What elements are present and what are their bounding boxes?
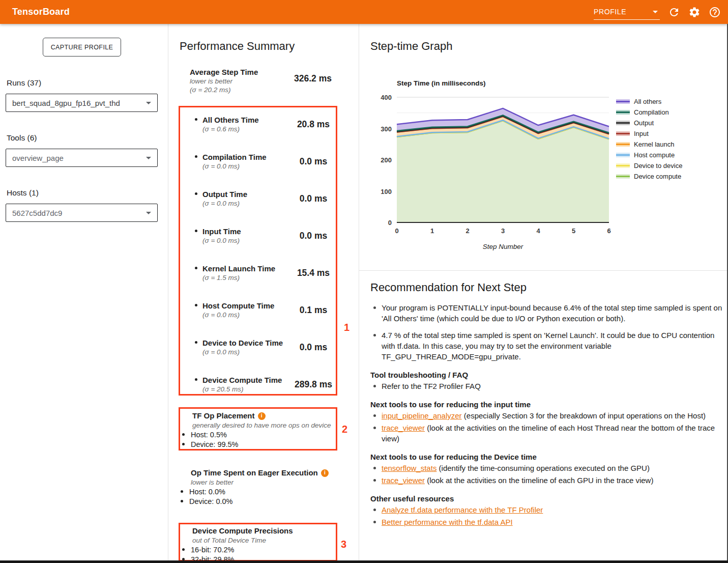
precisions-note: out of Total Device Time [182, 536, 335, 546]
metric-row: Compilation Time(σ = 0.0 ms) 0.0 ms [195, 152, 337, 182]
chart-legend: All othersCompilationOutputInputKernel l… [616, 96, 682, 182]
recommendation-bullet: input_pipeline_analyzer (especially Sect… [370, 410, 722, 421]
step-time-graph-title: Step-time Graph [370, 40, 452, 53]
bullet-icon [373, 306, 376, 309]
bullet-icon [195, 118, 197, 121]
group-heading: Next tools to use for reducing the Devic… [370, 453, 722, 461]
annotation-number-1: 1 [344, 322, 350, 333]
legend-item: Host compute [616, 150, 682, 160]
metric-row: Device Compute Time(σ = 20.5 ms) 289.8 m… [195, 375, 337, 405]
bullet-icon [195, 378, 197, 381]
dropdown-caret-icon [653, 11, 658, 13]
bullet-icon [373, 414, 376, 417]
legend-swatch-icon [616, 121, 630, 125]
settings-icon[interactable] [688, 6, 701, 18]
svg-text:3: 3 [501, 227, 505, 235]
dashboard-select-value: PROFILE [594, 8, 626, 16]
metric-label: Device to Device Time [202, 338, 283, 348]
bullet-icon [373, 334, 376, 336]
metric-sigma: (σ = 0.0 ms) [202, 236, 241, 245]
runs-select[interactable]: bert_squad_8gpu_fp16_pvt_thd [6, 94, 158, 112]
metric-sigma: (σ = 1.5 ms) [202, 273, 275, 282]
legend-swatch-icon [616, 110, 630, 115]
graph-recommendation-divider [359, 270, 727, 271]
list-item: Host: 0.5% [182, 430, 335, 440]
dropdown-caret-icon [146, 157, 151, 159]
tool-link[interactable]: input_pipeline_analyzer [382, 411, 462, 420]
group-heading: Other useful resources [370, 494, 722, 503]
tools-select[interactable]: overview_page [6, 149, 158, 167]
legend-label: Kernel launch [634, 140, 675, 148]
bullet-icon [195, 230, 197, 232]
average-step-time-block: Average Step Time lower is better (σ = 2… [190, 67, 337, 94]
help-icon[interactable] [709, 6, 721, 18]
bullet-icon [182, 443, 185, 445]
metric-label: Kernel Launch Time [202, 264, 275, 273]
legend-item: All others [616, 96, 682, 107]
tool-link[interactable]: tensorflow_stats [382, 464, 436, 472]
hosts-select[interactable]: 5627c5dd7dc9 [6, 204, 158, 222]
resource-link[interactable]: Better performance with the tf.data API [382, 518, 513, 526]
metric-label: Host Compute Time [202, 301, 274, 311]
legend-label: Output [634, 119, 654, 127]
capture-profile-button[interactable]: CAPTURE PROFILE [43, 38, 121, 57]
metric-sigma: (σ = 0.0 ms) [202, 311, 274, 319]
metric-value: 0.1 ms [285, 305, 341, 316]
legend-item: Device compute [616, 171, 682, 182]
bullet-icon [182, 433, 185, 436]
svg-text:4: 4 [536, 227, 540, 235]
group-heading: Tool troubleshooting / FAQ [370, 371, 722, 379]
tool-link[interactable]: trace_viewer [382, 424, 425, 432]
legend-label: Device compute [634, 173, 681, 180]
metric-value: 326.2 ms [285, 73, 341, 84]
list-item: Host: 0.0% [181, 487, 333, 497]
legend-label: All others [634, 98, 661, 105]
svg-text:Step Time (in milliseconds): Step Time (in milliseconds) [397, 79, 486, 87]
bullet-icon [373, 521, 376, 523]
recommendation-bullet: trace_viewer (look at the activities on … [370, 475, 722, 486]
app-title: TensorBoard [12, 7, 70, 17]
info-icon[interactable]: i [258, 412, 266, 420]
tool-link[interactable]: trace_viewer [382, 476, 425, 485]
bullet-icon [373, 385, 376, 387]
metric-sigma: (σ = 0.0 ms) [202, 162, 267, 171]
recommendation-title: Recommendation for Next Step [370, 281, 722, 294]
hosts-label: Hosts (1) [7, 188, 39, 198]
svg-text:0: 0 [395, 227, 398, 235]
eager-execution-block: Op Time Spent on Eager Execution i lower… [181, 468, 333, 506]
metric-row: Host Compute Time(σ = 0.0 ms) 0.1 ms [195, 301, 337, 330]
bullet-icon [182, 548, 185, 551]
metric-sigma: (σ = 0.0 ms) [202, 348, 283, 356]
metric-sigma: (σ = 0.0 ms) [202, 199, 247, 208]
annotation-number-3: 3 [341, 539, 346, 550]
svg-text:6: 6 [607, 227, 610, 235]
metric-value: 0.0 ms [285, 156, 341, 167]
runs-select-value: bert_squad_8gpu_fp16_pvt_thd [12, 99, 120, 107]
metric-value: 15.4 ms [285, 268, 341, 278]
metric-label: Input Time [202, 227, 241, 236]
dashboard-select[interactable]: PROFILE [594, 5, 660, 20]
bullet-icon [182, 558, 185, 560]
bullet-icon [195, 267, 197, 269]
resource-link[interactable]: Analyze tf.data performance with the TF … [382, 505, 543, 514]
legend-item: Device to device [616, 160, 682, 171]
recommendation-bullet: Analyze tf.data performance with the TF … [370, 504, 722, 515]
legend-label: Device to device [634, 162, 682, 170]
metric-row: Device to Device Time(σ = 0.0 ms) 0.0 ms [195, 338, 337, 368]
legend-label: Host compute [634, 151, 675, 159]
metric-sigma: (σ = 20.2 ms) [190, 86, 337, 94]
legend-swatch-icon [616, 99, 630, 104]
info-icon[interactable]: i [321, 469, 329, 477]
metric-sigma: (σ = 0.6 ms) [202, 125, 259, 133]
annotation-box-3: Device Compute Precisions out of Total D… [179, 523, 337, 561]
precisions-title: Device Compute Precisions [182, 526, 335, 536]
metric-value: 0.0 ms [285, 193, 341, 204]
bullet-icon [373, 509, 376, 511]
metric-label: All Others Time [202, 115, 259, 125]
svg-text:2: 2 [465, 227, 469, 235]
metric-value: 0.0 ms [285, 231, 341, 241]
legend-item: Output [616, 118, 682, 128]
bullet-icon [373, 479, 376, 482]
reload-icon[interactable] [668, 6, 680, 18]
recommendation-bullet: Your program is POTENTIALLY input-bound … [370, 302, 722, 324]
